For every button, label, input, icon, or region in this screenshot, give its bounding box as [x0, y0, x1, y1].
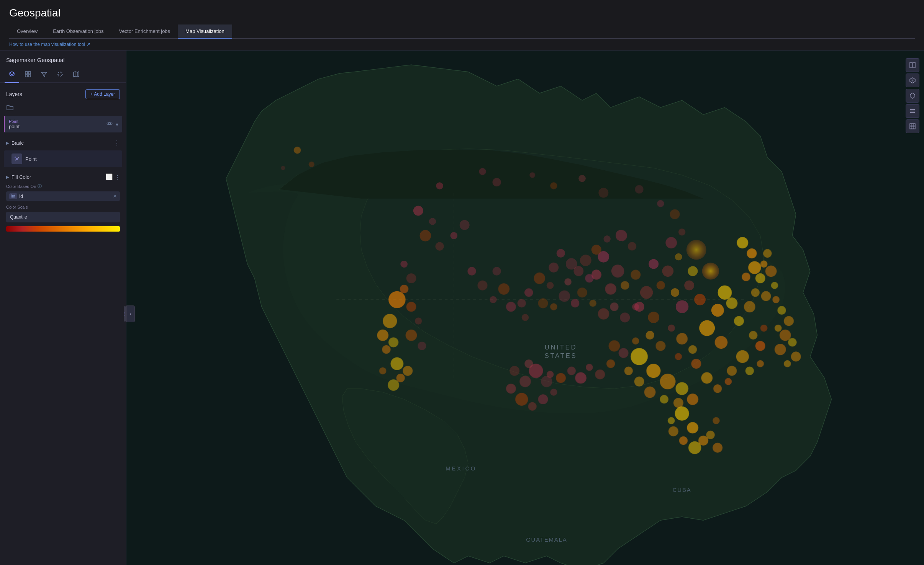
svg-point-148	[737, 237, 748, 248]
svg-point-57	[580, 255, 591, 266]
point-label: Point	[25, 156, 37, 162]
fill-color-swatch[interactable]	[106, 173, 113, 180]
main-content: Sagemaker Geospatial	[0, 51, 924, 565]
fill-expand-icon[interactable]: ▶	[6, 175, 9, 179]
svg-point-77	[631, 348, 648, 365]
toolbar-map-icon[interactable]	[69, 68, 84, 83]
svg-point-105	[388, 379, 399, 391]
toolbar-sparkle-icon[interactable]	[53, 68, 67, 83]
basic-menu-icon[interactable]: ⋮	[114, 139, 120, 147]
svg-point-55	[604, 235, 611, 243]
svg-point-104	[396, 374, 405, 382]
svg-point-11	[718, 286, 732, 300]
svg-point-60	[564, 278, 572, 286]
svg-point-101	[382, 345, 390, 354]
sidebar-resize-handle[interactable]	[124, 306, 126, 322]
split-view-button[interactable]	[906, 58, 919, 72]
tab-earth-obs[interactable]: Earth Observation jobs	[45, 24, 111, 39]
svg-point-123	[498, 283, 510, 295]
svg-point-64	[547, 282, 554, 289]
layers-header: Layers + Add Layer	[0, 83, 126, 102]
svg-point-32	[649, 259, 659, 269]
svg-point-54	[616, 230, 627, 242]
fill-menu-icon[interactable]: ⋮	[115, 174, 120, 180]
tab-vector-enrich[interactable]: Vector Enrichment jobs	[111, 24, 178, 39]
svg-point-178	[678, 229, 686, 236]
add-layer-button[interactable]: + Add Layer	[85, 89, 120, 99]
svg-point-92	[586, 364, 593, 371]
svg-point-89	[609, 340, 620, 352]
table-view-button[interactable]	[906, 119, 919, 133]
svg-point-29	[688, 266, 698, 276]
help-link[interactable]: How to use the map visualization tool ↗	[9, 42, 915, 47]
svg-point-170	[550, 182, 557, 189]
cube-button[interactable]	[906, 73, 919, 87]
clear-field-icon[interactable]: ✕	[113, 194, 117, 199]
svg-point-86	[624, 367, 632, 375]
svg-point-164	[788, 338, 796, 346]
svg-point-158	[751, 288, 759, 297]
svg-rect-190	[913, 62, 915, 68]
svg-point-17	[744, 301, 755, 313]
list-view-button[interactable]	[906, 104, 919, 118]
svg-point-15	[715, 336, 727, 349]
svg-point-115	[429, 218, 436, 225]
svg-point-91	[595, 369, 605, 379]
svg-point-51	[621, 281, 629, 289]
svg-point-63	[549, 263, 559, 273]
svg-rect-0	[25, 72, 28, 74]
svg-point-171	[599, 188, 609, 198]
svg-point-40	[676, 333, 688, 345]
svg-point-78	[646, 364, 660, 378]
svg-point-174	[578, 175, 586, 182]
sidebar-toolbar	[0, 68, 126, 83]
svg-point-103	[403, 366, 413, 376]
svg-point-88	[619, 348, 629, 358]
svg-point-83	[660, 395, 668, 403]
svg-point-19	[755, 341, 765, 351]
layer-visibility-icon[interactable]	[106, 121, 113, 128]
toolbar-filter-icon[interactable]	[37, 68, 51, 83]
collapse-sidebar-button[interactable]: ‹	[126, 305, 135, 322]
svg-point-18	[749, 331, 757, 340]
layer-chevron-icon[interactable]: ▾	[116, 121, 118, 127]
svg-point-141	[688, 441, 701, 454]
svg-point-8	[15, 160, 16, 161]
svg-point-45	[713, 384, 722, 393]
svg-point-118	[451, 232, 458, 239]
svg-point-132	[528, 402, 536, 411]
svg-point-153	[760, 261, 768, 268]
basic-expand-icon[interactable]: ▶	[6, 141, 9, 145]
header: Geospatial Overview Earth Observation jo…	[0, 0, 924, 39]
svg-point-13	[726, 297, 737, 309]
svg-point-26	[684, 281, 694, 291]
svg-rect-189	[910, 62, 912, 68]
svg-point-126	[522, 314, 529, 321]
svg-point-90	[606, 359, 615, 368]
svg-point-70	[571, 299, 579, 307]
svg-point-154	[763, 249, 772, 258]
svg-point-93	[575, 372, 587, 384]
svg-point-179	[665, 237, 677, 248]
toolbar-grid-icon[interactable]	[21, 68, 35, 83]
svg-point-68	[550, 303, 557, 310]
folder-icon	[0, 102, 126, 116]
svg-point-180	[294, 147, 301, 154]
info-icon[interactable]: ⓘ	[38, 183, 42, 189]
layer-item-point: Point point ▾	[4, 116, 122, 132]
fill-color-label: Fill Color	[11, 174, 31, 180]
tab-overview[interactable]: Overview	[9, 24, 45, 39]
svg-point-162	[775, 325, 782, 332]
svg-point-177	[670, 209, 680, 219]
toolbar-layers-icon[interactable]	[5, 68, 19, 83]
svg-point-150	[748, 261, 761, 274]
color-scale-select[interactable]: Quantile	[6, 212, 120, 222]
svg-point-20	[760, 325, 768, 332]
tab-map-viz[interactable]: Map Visualization	[178, 24, 232, 39]
polygon-button[interactable]	[906, 89, 919, 103]
map-svg: UNITED STATES MEXICO CUBA GUATEMALA FOUR…	[126, 51, 924, 565]
svg-point-169	[492, 178, 501, 186]
map-container[interactable]: ‹	[126, 51, 924, 565]
svg-point-99	[377, 330, 388, 341]
svg-point-107	[400, 285, 408, 293]
